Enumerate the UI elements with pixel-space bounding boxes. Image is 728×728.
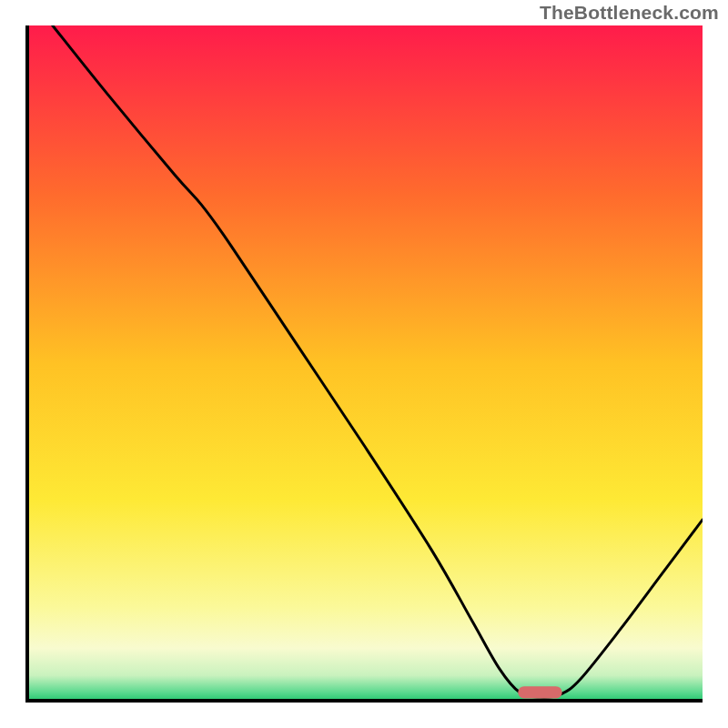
chart-plot-area <box>25 25 703 703</box>
bottleneck-chart <box>25 25 703 703</box>
optimal-marker <box>518 686 561 698</box>
gradient-background <box>25 25 703 703</box>
attribution-text: TheBottleneck.com <box>540 2 719 24</box>
